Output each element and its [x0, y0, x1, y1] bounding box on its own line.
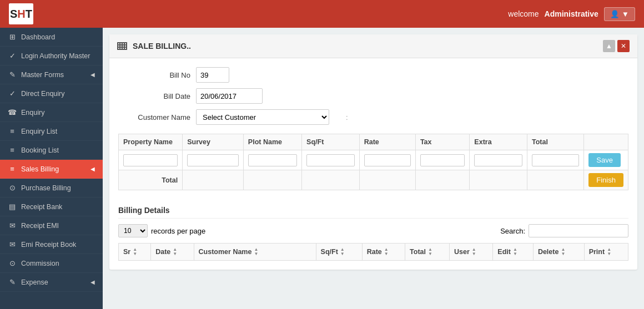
admin-name: Administrative [545, 9, 598, 18]
sidebar-item-label: Dashboard [21, 33, 55, 41]
sr-sort-arrows: ▲▼ [133, 247, 137, 256]
sidebar-item-label: Receipt Bank [21, 203, 62, 211]
total-label-cell: Total [119, 170, 183, 190]
sidebar-item-commission[interactable]: ⊙ Commission [0, 254, 103, 273]
table-controls: 10 25 50 100 records per page Search: [118, 224, 628, 237]
entry-table-header-row: Property Name Survey Plot Name Sq/Ft Rat… [119, 134, 628, 150]
col-sqft-billing[interactable]: Sq/Ft ▲▼ [316, 244, 362, 261]
col-sqft: Sq/Ft [302, 134, 360, 150]
sidebar-item-label: Emi Receipt Book [21, 241, 76, 249]
total-row: Total Finish [119, 170, 628, 190]
total-empty-6 [470, 170, 527, 190]
receipt-bank-icon: ▤ [8, 202, 17, 211]
sidebar: ⊞ Dashboard ✓ Login Authority Master ✎ M… [0, 28, 103, 309]
input-sqft[interactable] [306, 154, 355, 166]
input-property-name[interactable] [123, 154, 178, 166]
col-property-name: Property Name [119, 134, 183, 150]
input-extra[interactable] [474, 154, 522, 166]
panel-close-button[interactable]: ✕ [617, 40, 630, 52]
records-per-page-label: records per page [151, 227, 205, 235]
sidebar-item-label: Enquiry [21, 109, 44, 116]
sidebar-item-master-forms[interactable]: ✎ Master Forms [0, 65, 103, 84]
main-content: SALE BILLING.. ▲ ✕ Bill No Bill Date [103, 28, 644, 309]
welcome-label: welcome [508, 9, 539, 18]
col-rate-billing[interactable]: Rate ▲▼ [362, 244, 405, 261]
sidebar-item-sales-billing[interactable]: ≡ Sales Billing [0, 160, 103, 179]
sidebar-item-purchase-billing[interactable]: ⊙ Purchase Billing [0, 179, 103, 197]
input-cell-tax [415, 150, 469, 170]
sidebar-item-enquiry[interactable]: ☎ Enquiry [0, 103, 103, 122]
col-delete-billing[interactable]: Delete ▲▼ [533, 244, 584, 261]
panel-header-left: SALE BILLING.. [117, 42, 191, 50]
col-customer-name[interactable]: Customer Name ▲▼ [194, 244, 316, 261]
bill-date-input[interactable] [196, 88, 263, 104]
sales-billing-icon: ≡ [8, 165, 17, 173]
sidebar-item-label: Purchase Billing [21, 184, 71, 192]
sidebar-item-label: Login Authority Master [21, 52, 90, 60]
total-empty-5 [415, 170, 469, 190]
sidebar-item-receipt-emi[interactable]: ✉ Receipt EMI [0, 216, 103, 235]
col-total: Total [527, 134, 583, 150]
expense-icon: ✎ [8, 278, 17, 286]
input-plot-name[interactable] [248, 154, 297, 166]
input-total[interactable] [532, 154, 579, 166]
search-input[interactable] [529, 224, 628, 237]
input-rate[interactable] [364, 154, 411, 166]
sidebar-item-booking-list[interactable]: ≡ Booking List [0, 141, 103, 160]
billing-table-wrap: Sr ▲▼ Date ▲▼ [118, 243, 628, 261]
sidebar-item-dashboard[interactable]: ⊞ Dashboard [0, 28, 103, 47]
emi-receipt-book-icon: ✉ [8, 240, 17, 249]
navbar: SHT welcome Administrative 👤 ▼ [0, 0, 644, 28]
col-tax: Tax [415, 134, 469, 150]
col-print-billing[interactable]: Print ▲▼ [584, 244, 628, 261]
sidebar-item-label: Enquiry List [21, 128, 57, 135]
customer-name-select[interactable]: Select Customer [196, 109, 329, 125]
sidebar-item-direct-enquiry[interactable]: ✓ Direct Enquiry [0, 84, 103, 103]
billing-table: Sr ▲▼ Date ▲▼ [118, 243, 628, 261]
customer-sort-arrows: ▲▼ [254, 247, 258, 256]
form-extra-colon: : [346, 113, 348, 121]
col-survey: Survey [183, 134, 244, 150]
col-user-billing[interactable]: User ▲▼ [449, 244, 492, 261]
enquiry-list-icon: ≡ [8, 127, 17, 135]
input-cell-survey [183, 150, 244, 170]
sidebar-item-receipt-bank[interactable]: ▤ Receipt Bank [0, 197, 103, 216]
input-survey[interactable] [187, 154, 239, 166]
user-sort-arrows: ▲▼ [472, 247, 476, 256]
bill-no-label: Bill No [118, 71, 190, 79]
sidebar-item-label: Master Forms [21, 71, 64, 79]
total-empty-4 [359, 170, 415, 190]
dropdown-arrow-icon: ▼ [622, 10, 629, 18]
input-tax[interactable] [420, 154, 465, 166]
sidebar-item-emi-receipt-book[interactable]: ✉ Emi Receipt Book [0, 235, 103, 254]
col-total-billing[interactable]: Total ▲▼ [405, 244, 450, 261]
col-edit-billing[interactable]: Edit ▲▼ [493, 244, 534, 261]
save-button[interactable]: Save [588, 153, 621, 167]
sidebar-item-label: Commission [21, 260, 59, 267]
records-per-page-select[interactable]: 10 25 50 100 [118, 224, 148, 237]
entry-table: Property Name Survey Plot Name Sq/Ft Rat… [118, 134, 628, 190]
delete-sort-arrows: ▲▼ [561, 247, 565, 256]
col-sr[interactable]: Sr ▲▼ [119, 244, 151, 261]
direct-enquiry-icon: ✓ [8, 89, 17, 98]
panel-body: Bill No Bill Date Customer Name Select C… [109, 58, 637, 270]
bill-no-input[interactable] [196, 67, 229, 83]
sidebar-item-expense[interactable]: ✎ Expense [0, 273, 103, 292]
sidebar-item-label: Expense [21, 278, 48, 286]
finish-button[interactable]: Finish [588, 173, 623, 187]
user-menu-button[interactable]: 👤 ▼ [604, 7, 635, 21]
sidebar-item-login-authority[interactable]: ✓ Login Authority Master [0, 47, 103, 65]
sale-billing-panel: SALE BILLING.. ▲ ✕ Bill No Bill Date [109, 34, 637, 270]
sidebar-item-enquiry-list[interactable]: ≡ Enquiry List [0, 122, 103, 141]
enquiry-icon: ☎ [8, 108, 17, 116]
panel-collapse-button[interactable]: ▲ [603, 40, 615, 52]
bill-date-label: Bill Date [118, 92, 190, 100]
edit-sort-arrows: ▲▼ [513, 247, 517, 256]
col-actions [584, 134, 628, 150]
customer-name-label: Customer Name [118, 113, 190, 121]
records-left: 10 25 50 100 records per page [118, 224, 205, 237]
navbar-right: welcome Administrative 👤 ▼ [508, 7, 635, 21]
receipt-emi-icon: ✉ [8, 221, 17, 230]
sqft-sort-arrows: ▲▼ [340, 247, 345, 256]
col-date[interactable]: Date ▲▼ [151, 244, 194, 261]
